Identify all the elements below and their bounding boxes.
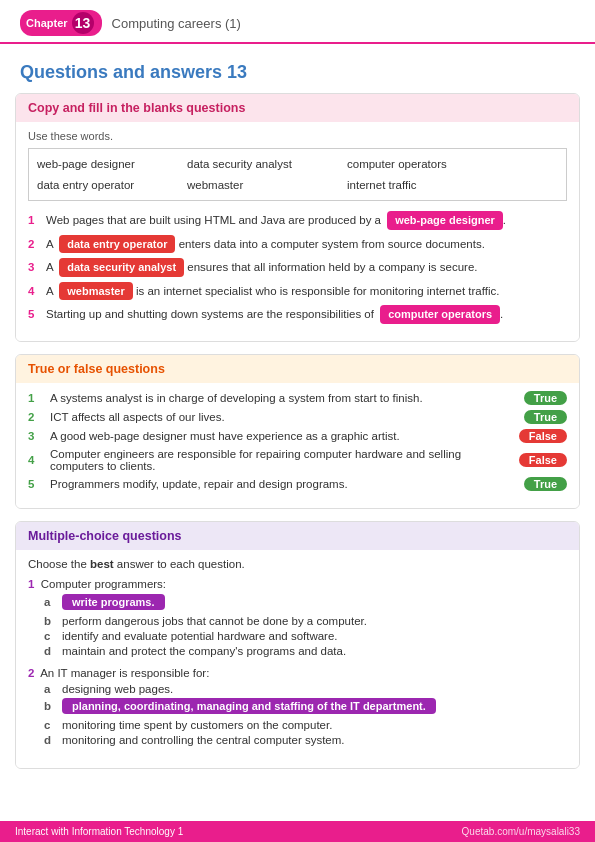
mc-q2: 2 An IT manager is responsible for: a de…	[28, 667, 567, 746]
mc-correct-badge-2b: planning, coordinating, managing and sta…	[62, 698, 436, 714]
tf-q3: 3 A good web-page designer must have exp…	[28, 429, 567, 443]
mc-heading: Multiple-choice questions	[16, 522, 579, 550]
tf-badge-2: True	[524, 410, 567, 424]
word-bank-grid: web-page designer data security analyst …	[37, 154, 558, 195]
footer-right: Quetab.com/u/maysalali33	[462, 826, 580, 837]
mc-body: Choose the best answer to each question.…	[16, 550, 579, 768]
mc-correct-badge-1a: write programs.	[62, 594, 165, 610]
tf-q2: 2 ICT affects all aspects of our lives. …	[28, 410, 567, 424]
fill-blanks-section: Copy and fill in the blanks questions Us…	[15, 93, 580, 342]
fill-q4: 4 A webmaster is an internet specialist …	[28, 282, 567, 301]
mc-q2-opt-a: a designing web pages.	[44, 683, 567, 695]
truefalse-heading: True or false questions	[16, 355, 579, 383]
footer-left: Interact with Information Technology 1	[15, 826, 183, 837]
page-title: Questions and answers 13	[0, 44, 595, 93]
answer-badge-3: data security analyst	[59, 258, 184, 277]
truefalse-section: True or false questions 1 A systems anal…	[15, 354, 580, 509]
answer-badge-1: web-page designer	[387, 211, 503, 230]
mc-q1-opt-c: c identify and evaluate potential hardwa…	[44, 630, 567, 642]
word-5: webmaster	[187, 175, 347, 196]
mc-intro: Choose the best answer to each question.	[28, 558, 567, 570]
chapter-label: Chapter	[26, 17, 68, 29]
word-6: internet traffic	[347, 175, 558, 196]
mc-q2-opt-d: d monitoring and controlling the central…	[44, 734, 567, 746]
fill-q1: 1 Web pages that are built using HTML an…	[28, 211, 567, 230]
mc-section: Multiple-choice questions Choose the bes…	[15, 521, 580, 769]
fill-q5: 5 Starting up and shutting down systems …	[28, 305, 567, 324]
fill-blanks-body: Use these words. web-page designer data …	[16, 122, 579, 341]
fill-q3: 3 A data security analyst ensures that a…	[28, 258, 567, 277]
tf-q1: 1 A systems analyst is in charge of deve…	[28, 391, 567, 405]
word-2: data security analyst	[187, 154, 347, 175]
page-footer: Interact with Information Technology 1 Q…	[0, 821, 595, 842]
mc-q1-opt-a: a write programs.	[44, 594, 567, 612]
mc-q1: 1 Computer programmers: a write programs…	[28, 578, 567, 657]
answer-badge-4: webmaster	[59, 282, 132, 301]
instructions: Use these words.	[28, 130, 567, 142]
header-title: Computing careers (1)	[112, 16, 241, 31]
tf-badge-1: True	[524, 391, 567, 405]
word-4: data entry operator	[37, 175, 187, 196]
word-bank: web-page designer data security analyst …	[28, 148, 567, 201]
tf-q4: 4 Computer engineers are responsible for…	[28, 448, 567, 472]
word-1: web-page designer	[37, 154, 187, 175]
tf-badge-5: True	[524, 477, 567, 491]
mc-q2-opt-b: b planning, coordinating, managing and s…	[44, 698, 567, 716]
mc-q1-opt-b: b perform dangerous jobs that cannot be …	[44, 615, 567, 627]
fill-blanks-heading: Copy and fill in the blanks questions	[16, 94, 579, 122]
mc-q2-opt-c: c monitoring time spent by customers on …	[44, 719, 567, 731]
page-header: Chapter 13 Computing careers (1)	[0, 0, 595, 44]
fill-q2: 2 A data entry operator enters data into…	[28, 235, 567, 254]
tf-q5: 5 Programmers modify, update, repair and…	[28, 477, 567, 491]
mc-q1-opt-d: d maintain and protect the company's pro…	[44, 645, 567, 657]
word-3: computer operators	[347, 154, 558, 175]
answer-badge-2: data entry operator	[59, 235, 175, 254]
truefalse-body: 1 A systems analyst is in charge of deve…	[16, 383, 579, 508]
tf-badge-3: False	[519, 429, 567, 443]
chapter-badge: Chapter 13	[20, 10, 102, 36]
chapter-number: 13	[72, 12, 94, 34]
tf-badge-4: False	[519, 453, 567, 467]
answer-badge-5: computer operators	[380, 305, 500, 324]
